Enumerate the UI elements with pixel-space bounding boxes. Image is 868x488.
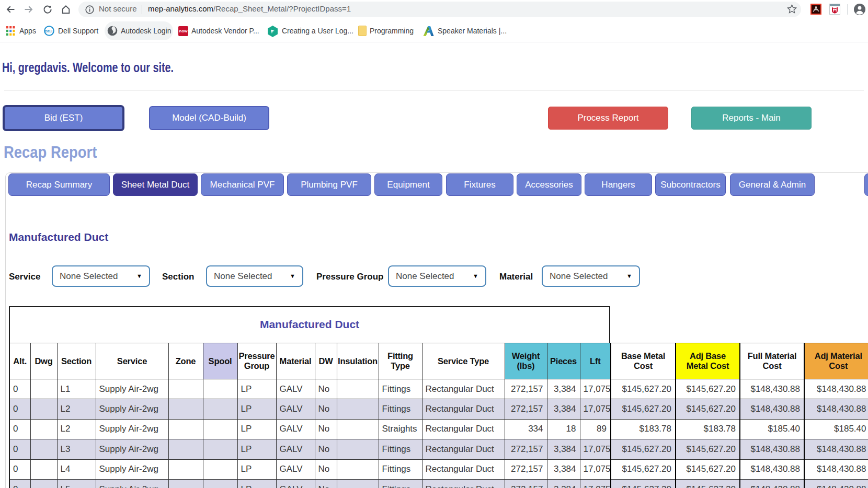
svg-text:DELL: DELL [45, 29, 53, 33]
